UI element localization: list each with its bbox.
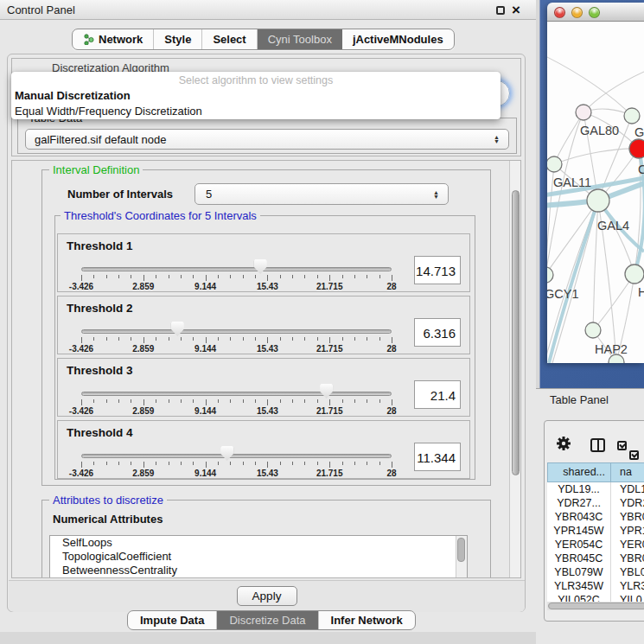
- table-cell-name[interactable]: YDL1: [611, 482, 644, 496]
- threshold-slider-thumb[interactable]: [320, 384, 333, 399]
- dropdown-prompt[interactable]: Select algorithm to view settings: [11, 72, 501, 88]
- table-data-select[interactable]: galFiltered.sif default node ▲▼: [25, 129, 509, 150]
- threshold-value-field[interactable]: 6.316: [414, 318, 461, 347]
- threshold-slider-track[interactable]: [81, 392, 392, 396]
- network-icon: [83, 34, 94, 45]
- checkbox-icon[interactable]: [617, 441, 627, 450]
- settings-scrollbar[interactable]: [509, 161, 521, 577]
- table-cell-shared-name[interactable]: YBR045C: [547, 552, 611, 565]
- tick: [118, 275, 119, 278]
- table-cell-shared-name[interactable]: YBL079W: [547, 565, 611, 579]
- attribute-list-item[interactable]: SelfLoops: [50, 536, 467, 550]
- threshold-slider-thumb[interactable]: [254, 259, 267, 274]
- scrollbar-thumb[interactable]: [512, 190, 520, 475]
- table-cell-shared-name[interactable]: YLR345W: [547, 579, 611, 593]
- network-edge[interactable]: [554, 149, 639, 164]
- tab-network[interactable]: Network: [73, 29, 154, 49]
- table-row[interactable]: YLR345WYLR3: [547, 579, 644, 593]
- tab-infer-network[interactable]: Infer Network: [319, 611, 415, 629]
- attributes-list-scrollbar[interactable]: [456, 536, 467, 578]
- tick: [218, 337, 219, 341]
- network-node[interactable]: [576, 105, 591, 120]
- threshold-value-field[interactable]: 21.4: [414, 380, 461, 409]
- tick: [317, 399, 318, 403]
- attribute-list-item[interactable]: BetweennessCentrality: [50, 564, 467, 577]
- table-cell-name[interactable]: YLR3: [611, 579, 644, 593]
- table-row[interactable]: YPR145WYPR1: [547, 524, 644, 538]
- tab-style[interactable]: Style: [154, 29, 202, 49]
- tab-discretize-data[interactable]: Discretize Data: [217, 611, 318, 629]
- table-cell-shared-name[interactable]: YDL19...: [547, 482, 611, 496]
- table-cell-shared-name[interactable]: YIL052C: [547, 593, 611, 602]
- tick: [81, 275, 82, 281]
- table-cell-shared-name[interactable]: YDR27...: [547, 496, 611, 510]
- network-edge[interactable]: [593, 274, 634, 330]
- table-cell-name[interactable]: YIL0: [611, 593, 644, 602]
- threshold-slider-thumb[interactable]: [171, 322, 184, 336]
- table-cell-name[interactable]: YER0: [611, 538, 644, 552]
- zoom-light-icon[interactable]: [589, 7, 600, 18]
- dropdown-item-manual-discretization[interactable]: Manual Discretization: [11, 88, 501, 104]
- tab-cyni-toolbox[interactable]: Cyni Toolbox: [258, 29, 342, 49]
- network-node[interactable]: [629, 139, 644, 158]
- table-cell-name[interactable]: YBR0: [611, 552, 644, 565]
- table-row[interactable]: YBR045CYBR0: [547, 552, 644, 565]
- numerical-attributes-list[interactable]: SelfLoopsTopologicalCoefficientBetweenne…: [49, 535, 468, 578]
- threshold-slider-thumb[interactable]: [220, 446, 233, 461]
- network-edge[interactable]: [583, 72, 644, 112]
- network-node[interactable]: [587, 189, 609, 212]
- columns-icon[interactable]: [590, 438, 605, 452]
- threshold-value-field[interactable]: 14.713: [414, 256, 461, 284]
- network-node[interactable]: [547, 267, 553, 283]
- network-node[interactable]: [585, 322, 601, 338]
- threshold-value-field[interactable]: 11.344: [414, 443, 461, 471]
- table-cell-name[interactable]: YBL0: [611, 565, 644, 579]
- network-edge-highlighted[interactable]: [549, 201, 598, 363]
- close-light-icon[interactable]: [554, 7, 565, 18]
- number-of-intervals-select[interactable]: 5 ▲▼: [194, 183, 449, 205]
- scrollbar-thumb[interactable]: [457, 538, 465, 562]
- tick: [354, 462, 355, 465]
- tick-label: 21.715: [309, 344, 350, 354]
- tick: [292, 399, 293, 403]
- tab-jactivemnodules[interactable]: jActiveMNodules: [342, 29, 454, 49]
- gear-icon[interactable]: [556, 436, 571, 455]
- table-row[interactable]: YBL079WYBL0: [547, 565, 644, 579]
- table-cell-name[interactable]: YDR2: [611, 496, 644, 510]
- float-icon[interactable]: [496, 6, 505, 15]
- minimize-light-icon[interactable]: [571, 7, 583, 18]
- tab-impute-data[interactable]: Impute Data: [128, 611, 217, 629]
- network-node[interactable]: [625, 265, 644, 284]
- table-cell-shared-name[interactable]: YPR145W: [547, 524, 611, 538]
- table-row[interactable]: YBR043CYBR0: [547, 510, 644, 524]
- table-cell-shared-name[interactable]: YBR043C: [547, 510, 611, 524]
- close-icon[interactable]: ×: [512, 0, 520, 20]
- column-header-name[interactable]: na: [611, 462, 644, 482]
- tab-select[interactable]: Select: [202, 29, 257, 49]
- dropdown-item-equal-width[interactable]: Equal Width/Frequency Discretization: [11, 104, 501, 119]
- network-node[interactable]: [547, 156, 562, 172]
- tick: [93, 337, 94, 341]
- network-view-window[interactable]: GAL80GCGAL11GAL4GCY1HHAP2: [547, 3, 644, 363]
- network-edge[interactable]: [547, 201, 598, 275]
- network-node[interactable]: [624, 108, 640, 124]
- table-row[interactable]: YDR27...YDR2: [547, 496, 644, 510]
- table-cell-name[interactable]: YPR1: [611, 524, 644, 538]
- table-cell-name[interactable]: YBR0: [611, 510, 644, 524]
- table-horizontal-scrollbar[interactable]: [547, 602, 644, 610]
- table-row[interactable]: YDL19...YDL1: [547, 482, 644, 496]
- table-row[interactable]: YER054CYER0: [547, 538, 644, 552]
- column-header-shared-name[interactable]: shared...: [547, 462, 611, 482]
- table-row[interactable]: YIL052CYIL0: [547, 593, 644, 602]
- tick: [181, 462, 182, 465]
- network-canvas[interactable]: GAL80GCGAL11GAL4GCY1HHAP2: [547, 22, 644, 363]
- threshold-slider-track[interactable]: [81, 329, 392, 334]
- table-cell-shared-name[interactable]: YER054C: [547, 538, 611, 552]
- scrollbar-thumb[interactable]: [548, 603, 644, 609]
- threshold-slider-track[interactable]: [81, 267, 392, 271]
- checkbox-icon[interactable]: [629, 450, 639, 460]
- apply-button[interactable]: Apply: [237, 586, 297, 606]
- threshold-slider-track[interactable]: [81, 454, 392, 458]
- tick: [317, 337, 318, 341]
- attribute-list-item[interactable]: TopologicalCoefficient: [50, 550, 467, 564]
